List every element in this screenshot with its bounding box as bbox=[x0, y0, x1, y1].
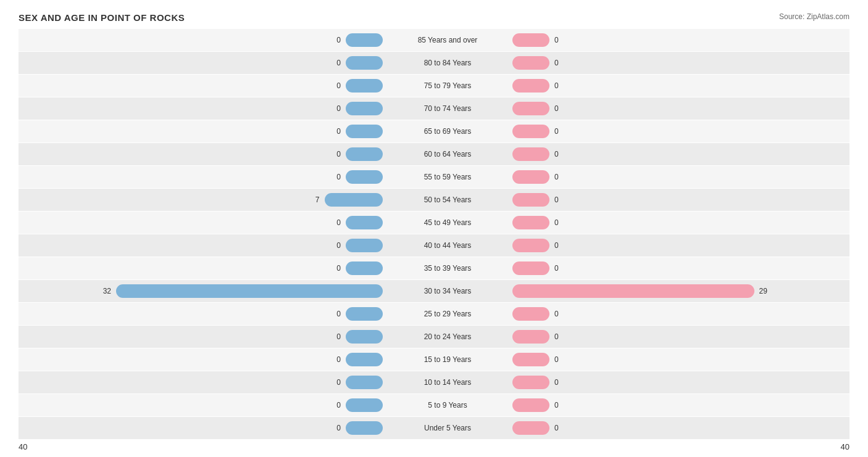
male-value: 0 bbox=[322, 401, 341, 410]
bar-row: 0 35 to 39 Years 0 bbox=[19, 257, 849, 279]
left-section: 7 bbox=[19, 193, 386, 207]
female-bar-container: 0 bbox=[512, 125, 868, 138]
right-section: 29 bbox=[509, 284, 868, 298]
male-bar bbox=[346, 147, 383, 161]
female-bar bbox=[512, 79, 549, 93]
left-section: 0 bbox=[19, 330, 386, 344]
right-section: 0 bbox=[509, 216, 868, 229]
female-bar bbox=[512, 56, 549, 70]
age-label: 30 to 34 Years bbox=[386, 287, 509, 295]
right-section: 0 bbox=[509, 398, 868, 412]
right-section: 0 bbox=[509, 330, 868, 344]
right-section: 0 bbox=[509, 193, 868, 207]
right-section: 0 bbox=[509, 261, 868, 275]
male-bar-container: 0 bbox=[19, 376, 383, 389]
male-bar-container: 0 bbox=[19, 353, 383, 366]
male-bar bbox=[346, 261, 383, 275]
male-bar-container: 0 bbox=[19, 125, 383, 138]
left-section: 0 bbox=[19, 376, 386, 389]
male-value: 0 bbox=[322, 310, 341, 318]
male-value: 0 bbox=[322, 173, 341, 181]
age-label: 75 to 79 Years bbox=[386, 81, 509, 90]
female-bar bbox=[512, 330, 549, 344]
female-value: 0 bbox=[554, 264, 573, 273]
bar-row: 0 5 to 9 Years 0 bbox=[19, 394, 849, 416]
male-bar bbox=[346, 125, 383, 138]
bar-row: 0 40 to 44 Years 0 bbox=[19, 234, 849, 257]
male-value: 0 bbox=[322, 150, 341, 159]
left-section: 0 bbox=[19, 239, 386, 252]
male-value: 0 bbox=[322, 355, 341, 364]
age-label: 45 to 49 Years bbox=[386, 218, 509, 227]
male-bar-container: 0 bbox=[19, 398, 383, 412]
right-section: 0 bbox=[509, 102, 868, 115]
right-section: 0 bbox=[509, 147, 868, 161]
male-bar bbox=[346, 421, 383, 435]
male-bar-container: 0 bbox=[19, 170, 383, 184]
male-bar bbox=[346, 239, 383, 252]
age-label: 40 to 44 Years bbox=[386, 241, 509, 250]
bar-row: 0 65 to 69 Years 0 bbox=[19, 120, 849, 142]
male-bar-container: 0 bbox=[19, 56, 383, 70]
bar-row: 0 15 to 19 Years 0 bbox=[19, 348, 849, 371]
female-bar bbox=[512, 376, 549, 389]
age-label: 5 to 9 Years bbox=[386, 401, 509, 410]
female-value: 0 bbox=[554, 59, 573, 67]
female-bar bbox=[512, 261, 549, 275]
male-value: 0 bbox=[322, 241, 341, 250]
male-bar-container: 0 bbox=[19, 421, 383, 435]
female-value: 0 bbox=[554, 127, 573, 136]
left-section: 0 bbox=[19, 125, 386, 138]
male-bar bbox=[346, 330, 383, 344]
female-value: 0 bbox=[554, 401, 573, 410]
female-value: 0 bbox=[554, 173, 573, 181]
female-bar bbox=[512, 125, 549, 138]
female-bar-container: 0 bbox=[512, 102, 868, 115]
male-bar bbox=[346, 102, 383, 115]
axis-label-right: 40 bbox=[499, 442, 849, 451]
male-bar-container: 0 bbox=[19, 79, 383, 93]
male-bar-container: 0 bbox=[19, 261, 383, 275]
bar-row: 0 20 to 24 Years 0 bbox=[19, 326, 849, 348]
male-value: 0 bbox=[322, 218, 341, 227]
age-label: 35 to 39 Years bbox=[386, 264, 509, 273]
female-bar bbox=[512, 216, 549, 229]
female-value: 0 bbox=[554, 241, 573, 250]
male-value: 0 bbox=[322, 81, 341, 90]
bar-row: 0 60 to 64 Years 0 bbox=[19, 143, 849, 165]
female-value: 0 bbox=[554, 150, 573, 159]
female-value: 0 bbox=[554, 104, 573, 113]
female-bar bbox=[512, 239, 549, 252]
female-bar-container: 0 bbox=[512, 330, 868, 344]
female-bar-container: 0 bbox=[512, 216, 868, 229]
female-bar-container: 0 bbox=[512, 56, 868, 70]
bar-row: 0 85 Years and over 0 bbox=[19, 29, 849, 51]
male-bar-container: 7 bbox=[19, 193, 383, 207]
female-bar bbox=[512, 193, 549, 207]
bar-row: 0 75 to 79 Years 0 bbox=[19, 75, 849, 97]
right-section: 0 bbox=[509, 79, 868, 93]
male-bar-container: 0 bbox=[19, 330, 383, 344]
bar-row: 0 10 to 14 Years 0 bbox=[19, 371, 849, 393]
right-section: 0 bbox=[509, 307, 868, 321]
male-bar bbox=[346, 79, 383, 93]
female-bar-container: 0 bbox=[512, 376, 868, 389]
bar-row: 0 Under 5 Years 0 bbox=[19, 417, 849, 439]
right-section: 0 bbox=[509, 239, 868, 252]
right-section: 0 bbox=[509, 353, 868, 366]
right-section: 0 bbox=[509, 421, 868, 435]
female-bar-container: 0 bbox=[512, 239, 868, 252]
age-label: 80 to 84 Years bbox=[386, 59, 509, 67]
bar-row: 0 70 to 74 Years 0 bbox=[19, 97, 849, 120]
female-bar-container: 0 bbox=[512, 398, 868, 412]
chart-area: 0 85 Years and over 0 0 80 to 84 Years 0 bbox=[19, 29, 849, 439]
left-section: 0 bbox=[19, 353, 386, 366]
male-bar bbox=[346, 353, 383, 366]
male-value: 32 bbox=[93, 287, 111, 295]
male-value: 0 bbox=[322, 104, 341, 113]
male-bar bbox=[346, 398, 383, 412]
age-label: 20 to 24 Years bbox=[386, 332, 509, 341]
age-label: 65 to 69 Years bbox=[386, 127, 509, 136]
male-bar bbox=[325, 193, 383, 207]
female-value: 0 bbox=[554, 36, 573, 44]
